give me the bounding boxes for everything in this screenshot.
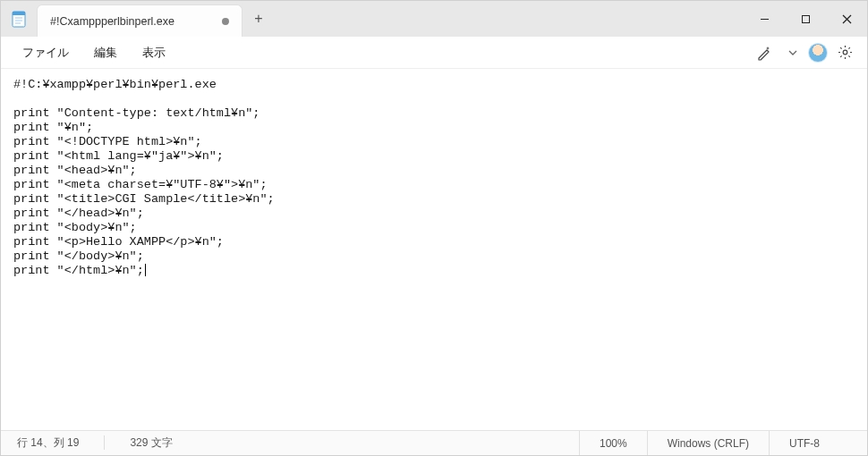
account-button[interactable] — [804, 39, 831, 66]
text-cursor — [145, 264, 146, 276]
status-left: 行 14、列 19 329 文字 — [1, 435, 173, 451]
tab-active[interactable]: #!Cxamppperlbinperl.exe — [37, 4, 243, 37]
status-separator — [104, 435, 105, 450]
status-line-ending[interactable]: Windows (CRLF) — [647, 431, 769, 455]
text-editor[interactable]: #!C:¥xampp¥perl¥bin¥perl.exe print "Cont… — [1, 69, 867, 430]
svg-line-17 — [848, 47, 849, 48]
status-encoding[interactable]: UTF-8 — [769, 431, 867, 455]
new-tab-button[interactable]: + — [243, 1, 275, 37]
svg-line-16 — [840, 55, 841, 56]
status-zoom[interactable]: 100% — [579, 431, 647, 455]
status-cursor-position: 行 14、列 19 — [17, 435, 79, 451]
menubar: ファイル 編集 表示 — [1, 37, 867, 69]
statusbar: 行 14、列 19 329 文字 100% Windows (CRLF) UTF… — [1, 430, 867, 455]
user-avatar-icon — [808, 43, 828, 63]
close-button[interactable] — [826, 1, 867, 37]
maximize-button[interactable] — [785, 1, 826, 37]
svg-rect-6 — [802, 15, 809, 22]
settings-button[interactable] — [831, 39, 858, 66]
svg-point-9 — [843, 50, 847, 55]
titlebar-spacer — [275, 1, 744, 37]
menu-edit[interactable]: 編集 — [81, 39, 130, 66]
ai-dropdown[interactable] — [778, 39, 804, 66]
tab-title: #!Cxamppperlbinperl.exe — [50, 15, 213, 28]
plus-icon: + — [254, 11, 262, 27]
menu-view[interactable]: 表示 — [130, 39, 178, 66]
svg-rect-1 — [13, 12, 25, 15]
status-encoding-label: UTF-8 — [789, 437, 820, 450]
svg-line-14 — [840, 47, 841, 48]
menu-file[interactable]: ファイル — [10, 39, 81, 66]
titlebar: #!Cxamppperlbinperl.exe + — [1, 1, 867, 37]
status-line-ending-label: Windows (CRLF) — [668, 437, 749, 450]
notepad-icon — [1, 1, 37, 37]
tab-dirty-indicator — [222, 18, 229, 25]
minimize-button[interactable] — [744, 1, 785, 37]
ai-rewrite-button[interactable] — [751, 39, 778, 66]
editor-content: #!C:¥xampp¥perl¥bin¥perl.exe print "Cont… — [13, 78, 275, 277]
status-char-count: 329 文字 — [130, 435, 172, 451]
status-zoom-label: 100% — [600, 437, 627, 450]
window-controls — [744, 1, 867, 37]
app-window: #!Cxamppperlbinperl.exe + ファイル 編集 表示 — [0, 0, 868, 456]
svg-line-15 — [848, 55, 849, 56]
